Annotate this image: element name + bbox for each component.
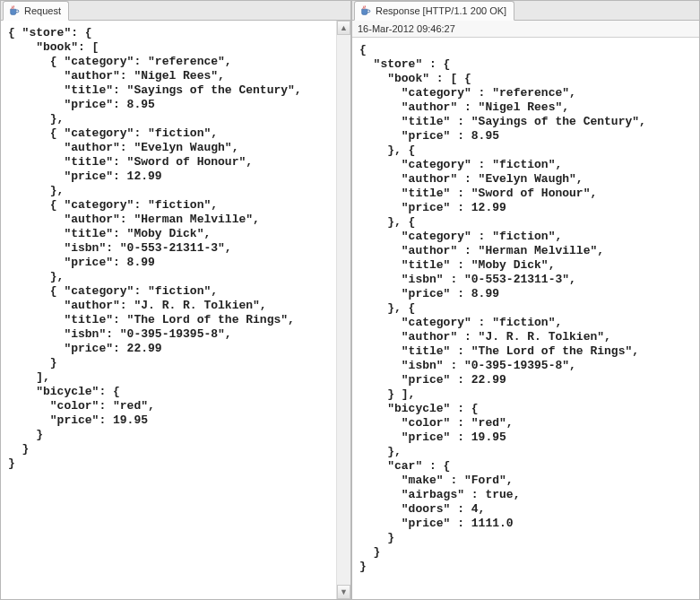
java-cup-icon: [359, 4, 372, 17]
request-tab-bar: Request: [1, 1, 350, 21]
response-code[interactable]: { "store" : { "book" : [ { "category" : …: [359, 43, 692, 574]
request-tab-label: Request: [24, 5, 61, 16]
response-panel: Response [HTTP/1.1 200 OK] 16-Mar-2012 0…: [351, 0, 700, 600]
request-content[interactable]: { "store": { "book": [ { "category": "re…: [1, 21, 350, 599]
java-cup-icon: [8, 4, 21, 17]
scroll-down-icon[interactable]: ▼: [337, 585, 350, 599]
response-tab[interactable]: Response [HTTP/1.1 200 OK]: [354, 1, 514, 21]
response-content[interactable]: { "store" : { "book" : [ { "category" : …: [352, 38, 699, 599]
request-code[interactable]: { "store": { "book": [ { "category": "re…: [8, 26, 343, 471]
request-scrollbar[interactable]: ▲ ▼: [336, 21, 350, 599]
scroll-up-icon[interactable]: ▲: [337, 21, 350, 35]
request-panel: Request { "store": { "book": [ { "catego…: [0, 0, 351, 600]
response-tab-label: Response [HTTP/1.1 200 OK]: [376, 5, 506, 16]
response-timestamp: 16-Mar-2012 09:46:27: [352, 21, 699, 38]
response-tab-bar: Response [HTTP/1.1 200 OK]: [352, 1, 699, 21]
request-tab[interactable]: Request: [3, 1, 69, 21]
